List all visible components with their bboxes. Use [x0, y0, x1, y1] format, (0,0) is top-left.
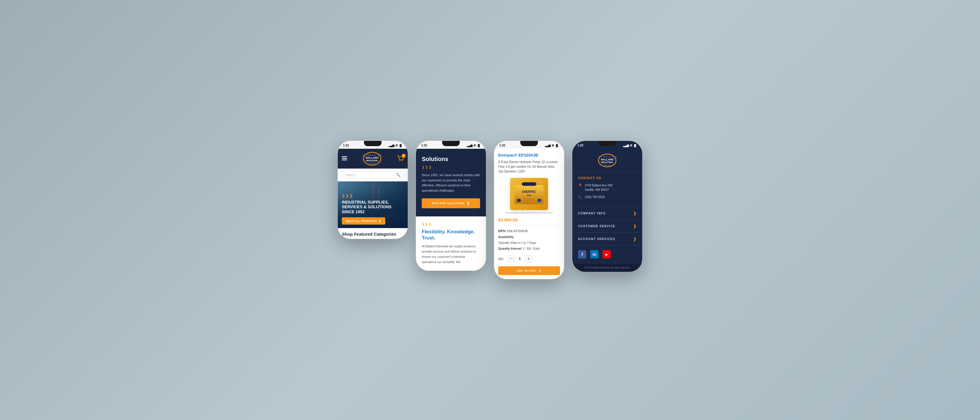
customer-service-chevron: ❯	[633, 224, 636, 228]
copyright-text: © 2022 Ballard Industrial. All rights re…	[578, 266, 636, 269]
hero-overlay: ❯ ❯ ❯ INDUSTRIAL SUPPLIES, SERVICES & SO…	[338, 189, 408, 228]
signal-icon-1: ▂▄▆	[388, 144, 395, 147]
notch-3	[520, 141, 538, 146]
qty-value: 1	[517, 257, 523, 261]
hero-image-1: ❯ ❯ ❯ INDUSTRIAL SUPPLIES, SERVICES & SO…	[338, 181, 408, 228]
product-image-wrap: ENERPAC PRO	[498, 178, 560, 210]
notch-2	[442, 141, 460, 146]
cart-badge-1: 2	[402, 154, 406, 158]
flex-chevrons: ❯ ❯ ❯	[422, 222, 480, 226]
product-title: Enerpac® EP3204JB	[498, 153, 560, 158]
contact-title: CONTACT US	[578, 177, 636, 180]
svg-rect-1	[342, 158, 347, 159]
status-icons-4: ▂▄▆ ⌘ ▐▌	[623, 144, 637, 147]
signal-icon-2: ▂▄▆	[467, 144, 473, 147]
solutions-title: Solutions	[422, 156, 480, 162]
product-image: ENERPAC PRO	[510, 178, 548, 210]
phone-2-content: Solutions ❯ ❯ ❯ Since 1952, we have work…	[416, 149, 486, 270]
battery-icon-3: ▐▌	[555, 144, 559, 147]
account-services-label: ACCOUNT SERVICES	[578, 237, 615, 240]
product-availability: Availability: Typically Ships in 1 to 7 …	[498, 234, 560, 246]
product-meta: BIPN: ENE-EP3204JB Availability: Typical…	[498, 225, 560, 252]
add-cart-arrow: ❯	[539, 269, 541, 272]
svg-text:BALLARD: BALLARD	[366, 156, 379, 159]
hamburger-icon[interactable]	[342, 156, 347, 161]
battery-icon-4: ▐▌	[633, 144, 637, 147]
svg-text:PRO: PRO	[527, 194, 531, 197]
nav-customer-service[interactable]: CUSTOMER SERVICE ❯	[572, 220, 642, 233]
explore-solutions-btn[interactable]: EXPLORE SOLUTIONS ❯	[422, 198, 480, 208]
phone-item: 📞 (206) 783-6626	[578, 195, 636, 199]
solutions-body: Since 1952, we have worked closely with …	[422, 173, 480, 193]
svg-text:SINCE 1952: SINCE 1952	[604, 164, 611, 166]
wifi-icon-4: ⌘	[630, 144, 632, 147]
qty-plus-btn[interactable]: +	[525, 255, 532, 262]
company-info-chevron: ❯	[633, 211, 636, 216]
notch-1	[364, 141, 382, 146]
customer-service-label: CUSTOMER SERVICE	[578, 224, 616, 228]
status-icons-2: ▂▄▆ ⌘ ▐▌	[467, 144, 480, 147]
battery-icon-1: ▐▌	[399, 144, 402, 147]
flexibility-title: Flexibility. Knowledge. Trust.	[422, 229, 480, 241]
qty-minus-btn[interactable]: −	[508, 255, 514, 262]
facebook-icon[interactable]: f	[578, 250, 586, 258]
svg-rect-0	[342, 156, 347, 157]
product-qty-interval: Quantity Interval: 1 / EA - Each	[498, 246, 560, 252]
search-input-1[interactable]: Search... 🔍	[341, 171, 404, 179]
time-1: 1:22	[343, 144, 349, 147]
phone-4-content: SUPPLIES · SERVICES · SOLUTIONS BALLARD …	[572, 149, 642, 272]
qty-controls: − 1 +	[508, 255, 532, 262]
notch-4	[598, 141, 616, 146]
search-icon-1: 🔍	[396, 173, 401, 177]
time-2: 1:22	[421, 144, 427, 147]
copyright-bar: © 2022 Ballard Industrial. All rights re…	[572, 263, 642, 272]
phone-3-content: Enerpac® EP3204JB E-Pulse Electric Hydra…	[494, 149, 564, 279]
quantity-row: Qty: − 1 +	[498, 255, 560, 262]
location-icon: 📍	[578, 183, 582, 188]
svg-text:INDUSTRIAL: INDUSTRIAL	[366, 159, 379, 162]
phones-container: 1:22 ▂▄▆ ⌘ ▐▌ SUPPLI	[338, 141, 642, 279]
solutions-hero: Solutions ❯ ❯ ❯ Since 1952, we have work…	[416, 149, 486, 216]
phone-icon: 📞	[578, 195, 582, 199]
nav-account-services[interactable]: ACCOUNT SERVICES ❯	[572, 233, 642, 246]
svg-text:INDUSTRIAL: INDUSTRIAL	[601, 161, 614, 163]
address-text: 4749 Ballard Ave NW Seattle, WA 98107	[585, 183, 612, 192]
explore-arrow: ❯	[467, 201, 470, 205]
phone-1-home: 1:22 ▂▄▆ ⌘ ▐▌ SUPPLI	[338, 141, 408, 239]
svg-text:SINCE 1952: SINCE 1952	[369, 162, 375, 164]
featured-categories-header: Shop Featured Categories	[338, 228, 408, 239]
hero-chevrons-1: ❯ ❯ ❯	[342, 194, 404, 198]
nav-company-info[interactable]: COMPANY INFO ❯	[572, 207, 642, 220]
add-to-cart-btn[interactable]: ADD TO CART ❯	[498, 266, 560, 275]
account-services-chevron: ❯	[633, 237, 636, 241]
product-bipn: BIPN: ENE-EP3204JB	[498, 228, 560, 234]
cart-icon-1[interactable]: 2	[397, 155, 404, 162]
search-bar-1: Search... 🔍	[338, 169, 408, 181]
battery-icon-2: ▐▌	[477, 144, 480, 147]
product-description: E-Pulse Electric Hydraulic Pump, 32 cu-i…	[498, 160, 560, 174]
wifi-icon-3: ⌘	[552, 144, 554, 147]
phone1-header: SUPPLIES · SERVICES · SOLUTIONS BALLARD …	[338, 149, 408, 169]
svg-rect-13	[522, 182, 536, 186]
youtube-icon[interactable]: ▶	[603, 250, 611, 258]
shop-all-products-btn[interactable]: SHOP ALL PRODUCTS ❯	[342, 217, 385, 224]
wifi-icon-2: ⌘	[473, 144, 476, 147]
time-4: 1:22	[578, 144, 583, 147]
search-placeholder: Search...	[345, 173, 358, 177]
representative-text: Representative image only Actual product…	[498, 212, 560, 214]
social-section: f in ▶	[572, 246, 642, 263]
status-icons-3: ▂▄▆ ⌘ ▐▌	[545, 144, 559, 147]
phone4-logo-section: SUPPLIES · SERVICES · SOLUTIONS BALLARD …	[572, 149, 642, 172]
wifi-icon-1: ⌘	[395, 144, 398, 147]
solutions-chevrons: ❯ ❯ ❯	[422, 165, 480, 169]
svg-point-10	[402, 160, 403, 161]
phone-4-menu: 1:22 ▂▄▆ ⌘ ▐▌ SUPPLIES · SERVICES · SOLU…	[572, 141, 642, 272]
status-icons-1: ▂▄▆ ⌘ ▐▌	[388, 144, 402, 147]
svg-rect-18	[517, 199, 521, 202]
ballard-logo-4: SUPPLIES · SERVICES · SOLUTIONS BALLARD …	[598, 153, 617, 167]
enerpac-svg: ENERPAC PRO	[512, 180, 547, 208]
company-info-label: COMPANY INFO	[578, 212, 606, 215]
linkedin-icon[interactable]: in	[590, 250, 598, 258]
svg-rect-19	[537, 199, 541, 202]
phone-text[interactable]: (206) 783-6626	[585, 195, 605, 199]
